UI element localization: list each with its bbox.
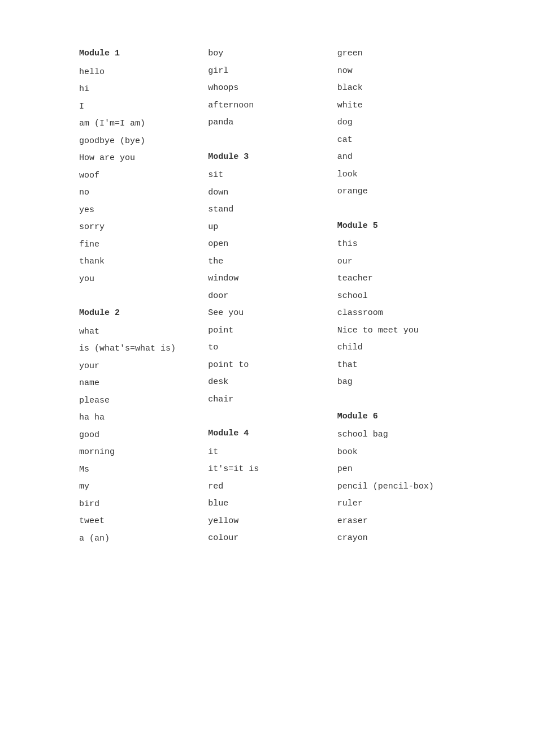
vocabulary-word: is (what's=what is) [79,340,197,358]
vocabulary-word: whoops [208,80,325,97]
vocabulary-word: no [79,184,197,202]
vocabulary-word: woof [79,167,197,185]
vocabulary-word: child [337,339,455,357]
vocabulary-word: black [337,80,455,97]
vocabulary-word: my [79,478,197,496]
vocabulary-word: goodbye (bye) [79,133,197,150]
vocabulary-word: desk [208,374,325,391]
vocabulary-word: it [208,444,325,461]
vocabulary-word: red [208,478,325,496]
vocabulary-word: please [79,392,197,410]
spacer [208,408,325,420]
vocabulary-word: book [337,444,455,461]
vocabulary-word: am (I'm=I am) [79,115,197,133]
vocabulary-word: what [79,323,197,341]
vocabulary-word: window [208,270,325,288]
vocabulary-word: bird [79,496,197,513]
vocabulary-word: afternoon [208,97,325,115]
vocabulary-word: Module 1 [79,45,197,63]
vocabulary-word: teacher [337,270,455,288]
vocabulary-word: yellow [208,513,325,530]
spacer [337,201,455,212]
vocabulary-word: you [79,271,197,288]
vocabulary-word: pen [337,461,455,478]
vocabulary-word: up [208,219,325,236]
vocabulary-word: door [208,288,325,305]
vocabulary-word: good [79,427,197,444]
vocabulary-word: Nice to meet you [337,322,455,340]
vocabulary-word: the [208,253,325,271]
vocabulary-word: your [79,358,197,375]
vocabulary-word: blue [208,495,325,513]
vocabulary-word: name [79,375,197,392]
module-header: Module 5 [337,218,455,235]
vocabulary-word: school [337,288,455,305]
vocabulary-word: point [208,322,325,340]
column-col2: boygirlwhoopsafternoonpandaModule 3sitdo… [208,45,325,547]
vocabulary-word: ruler [337,495,455,513]
vocabulary-word: colour [208,530,325,547]
vocabulary-word: dog [337,114,455,132]
vocabulary-word: look [337,166,455,184]
vocabulary-word: pencil (pencil-box) [337,478,455,496]
vocabulary-word: crayon [337,530,455,547]
vocabulary-word: boy [208,45,325,63]
vocabulary-word: stand [208,201,325,219]
spacer [337,391,455,403]
vocabulary-word: classroom [337,305,455,322]
vocabulary-word: that [337,357,455,374]
vocabulary-word: sorry [79,219,197,236]
vocabulary-word: How are you [79,150,197,167]
vocabulary-word: tweet [79,513,197,530]
content-columns: Module 1hellohiIam (I'm=I am)goodbye (by… [79,45,455,547]
vocabulary-word: a (an) [79,530,197,548]
vocabulary-word: this [337,236,455,253]
vocabulary-word: it's=it is [208,461,325,478]
vocabulary-word: school bag [337,426,455,444]
vocabulary-word: yes [79,202,197,219]
vocabulary-word: morning [79,444,197,461]
vocabulary-word: orange [337,183,455,201]
vocabulary-word: point to [208,357,325,374]
vocabulary-word: chair [208,391,325,409]
module-header: Module 3 [208,149,325,166]
vocabulary-word: green [337,45,455,63]
vocabulary-word: ha ha [79,409,197,427]
vocabulary-word: hello [79,64,197,81]
module-header: Module 4 [208,425,325,443]
page: Module 1hellohiIam (I'm=I am)goodbye (by… [0,0,534,756]
spacer [79,288,197,299]
vocabulary-word: to [208,339,325,357]
vocabulary-word: fine [79,236,197,254]
vocabulary-word: down [208,184,325,202]
vocabulary-word: our [337,253,455,271]
vocabulary-word: sit [208,167,325,184]
column-col1: Module 1hellohiIam (I'm=I am)goodbye (by… [79,45,197,547]
column-col3: greennowblackwhitedogcatandlookorangeMod… [337,45,455,547]
vocabulary-word: and [337,149,455,166]
vocabulary-word: I [79,98,197,116]
vocabulary-word: eraser [337,513,455,530]
vocabulary-word: Ms [79,461,197,479]
vocabulary-word: panda [208,114,325,132]
vocabulary-word: bag [337,374,455,391]
module-header: Module 2 [79,305,197,322]
vocabulary-word: thank [79,253,197,271]
spacer [208,132,325,143]
vocabulary-word: See you [208,305,325,322]
vocabulary-word: white [337,97,455,115]
vocabulary-word: cat [337,132,455,149]
vocabulary-word: hi [79,81,197,98]
module-header: Module 6 [337,408,455,426]
vocabulary-word: girl [208,63,325,80]
vocabulary-word: now [337,63,455,80]
vocabulary-word: open [208,236,325,253]
